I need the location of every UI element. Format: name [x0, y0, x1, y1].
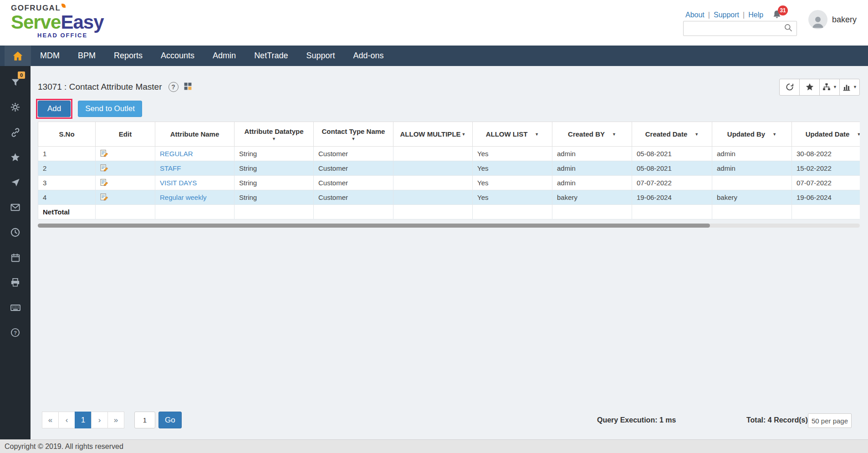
column-header-allow-list[interactable]: ALLOW LIST▼ [473, 122, 552, 147]
attribute-name-link[interactable]: VISIT DAYS [160, 179, 197, 187]
cell-updated-date: 30-08-2022 [792, 147, 860, 161]
notification-count-badge[interactable]: 31 [778, 5, 788, 15]
sort-caret-icon: ▼ [535, 132, 539, 137]
org-chart-icon [822, 82, 831, 92]
send-to-outlet-button[interactable]: Send to Outlet [78, 101, 142, 117]
attribute-name-link[interactable]: Regular weekly [160, 193, 207, 201]
previous-page-button[interactable]: ‹ [58, 412, 75, 428]
current-page-button[interactable]: 1 [75, 412, 92, 428]
sidebar-print[interactable] [0, 270, 31, 295]
dashboard-grid-icon[interactable] [183, 81, 193, 93]
nav-item-admin[interactable]: Admin [204, 46, 245, 66]
sidebar-links[interactable] [0, 120, 31, 145]
cell-edit [96, 190, 155, 205]
sidebar-favorites[interactable] [0, 145, 31, 170]
svg-text:?: ? [14, 330, 17, 336]
column-header-created-date[interactable]: Created Date▼ [632, 122, 712, 147]
scrollbar-thumb[interactable] [38, 224, 710, 228]
header-links: About | Support | Help 31 [685, 9, 783, 21]
page-number-input[interactable] [134, 412, 155, 428]
go-button[interactable]: Go [158, 412, 182, 428]
per-page-select[interactable]: 50 per page [808, 413, 852, 428]
add-button[interactable]: Add [38, 101, 71, 117]
refresh-button[interactable] [779, 79, 800, 96]
search-icon[interactable] [784, 23, 793, 34]
cell-created-by: admin [552, 161, 632, 176]
about-link[interactable]: About [685, 11, 705, 19]
cell-sno: 4 [38, 190, 96, 205]
nav-item-mdm[interactable]: MDM [31, 46, 69, 66]
home-icon [12, 50, 24, 62]
edit-icon[interactable] [100, 194, 108, 202]
next-page-button[interactable]: › [91, 412, 108, 428]
chart-menu-button[interactable]: ▼ [839, 79, 860, 96]
nav-item-bpm[interactable]: BPM [69, 46, 105, 66]
grid-toolbar: ▼ ▼ [780, 79, 860, 96]
sidebar-keyboard[interactable] [0, 295, 31, 320]
cell-allow-list: Yes [473, 161, 552, 176]
column-header-created-by[interactable]: Created BY▼ [552, 122, 632, 147]
query-execution-time: Query Execution: 1 ms [597, 416, 676, 424]
cell-allow-multiple [393, 147, 473, 161]
edit-icon[interactable] [100, 180, 108, 188]
edit-icon[interactable] [100, 165, 108, 173]
chevron-down-icon: ▼ [853, 85, 857, 89]
cell-created-date: 05-08-2021 [632, 147, 712, 161]
cell-updated-date: 19-06-2024 [792, 190, 860, 205]
sidebar-calendar[interactable] [0, 245, 31, 270]
nav-item-accounts[interactable]: Accounts [152, 46, 204, 66]
cell-allow-list: Yes [473, 190, 552, 205]
attribute-name-link[interactable]: REGULAR [160, 150, 193, 158]
edit-icon[interactable] [100, 151, 108, 158]
column-header-updated-date[interactable]: Updated Date▼ [792, 122, 860, 147]
cell-created-date: 07-07-2022 [632, 176, 712, 190]
sidebar-filter[interactable]: 0 [0, 70, 31, 95]
cell-allow-multiple [393, 161, 473, 176]
cell-updated-by: bakery [712, 190, 792, 205]
hierarchy-menu-button[interactable]: ▼ [819, 79, 840, 96]
gear-icon [10, 102, 20, 112]
sort-caret-icon: ▼ [462, 132, 466, 137]
refresh-icon [785, 82, 794, 92]
last-page-button[interactable]: » [107, 412, 124, 428]
favorite-button[interactable] [799, 79, 820, 96]
column-header-allow-multiple[interactable]: ALLOW MULTIPLE▼ [393, 122, 473, 147]
sidebar-help[interactable]: ? [0, 320, 31, 345]
net-total-label: NetTotal [38, 205, 96, 219]
records-table-wrap: S.No Edit Attribute Name Attribute Datat… [38, 122, 860, 219]
nav-item-nettrade[interactable]: NetTrade [245, 46, 297, 66]
chevron-down-icon: ▼ [833, 85, 837, 89]
column-header-updated-by[interactable]: Updated By▼ [712, 122, 792, 147]
horizontal-scrollbar[interactable] [38, 224, 860, 228]
sidebar-mail[interactable] [0, 195, 31, 220]
table-row: 2 STAFF String Customer Yes admin 05-08-… [38, 161, 860, 176]
column-header-attribute-datatype[interactable]: Attribute Datatype▼ [235, 122, 314, 147]
notification-bell[interactable]: 31 [771, 9, 783, 21]
nav-item-addons[interactable]: Add-ons [344, 46, 393, 66]
nav-item-support[interactable]: Support [297, 46, 344, 66]
sidebar-send[interactable] [0, 170, 31, 195]
cell-updated-by: admin [712, 161, 792, 176]
first-page-button[interactable]: « [42, 412, 59, 428]
cell-allow-multiple [393, 190, 473, 205]
sidebar-history[interactable] [0, 220, 31, 245]
cell-edit [96, 147, 155, 161]
help-link[interactable]: Help [748, 11, 763, 19]
sort-caret-icon: ▼ [694, 132, 699, 137]
sidebar-settings[interactable] [0, 95, 31, 120]
sort-caret-icon: ▼ [612, 132, 616, 137]
support-link[interactable]: Support [714, 11, 739, 19]
cell-attribute-name: REGULAR [155, 147, 235, 161]
star-icon [10, 152, 20, 163]
nav-item-reports[interactable]: Reports [105, 46, 152, 66]
user-menu[interactable]: bakery [808, 10, 857, 29]
column-header-sno: S.No [38, 122, 96, 147]
bar-chart-icon [842, 82, 851, 92]
nav-home[interactable] [5, 46, 31, 66]
cell-attribute-datatype: String [235, 161, 314, 176]
global-search-input[interactable] [684, 21, 784, 36]
cell-created-date: 19-06-2024 [632, 190, 712, 205]
page-help-icon[interactable]: ? [168, 82, 179, 92]
attribute-name-link[interactable]: STAFF [160, 164, 181, 172]
column-header-contact-type-name[interactable]: Contact Type Name▼ [314, 122, 393, 147]
